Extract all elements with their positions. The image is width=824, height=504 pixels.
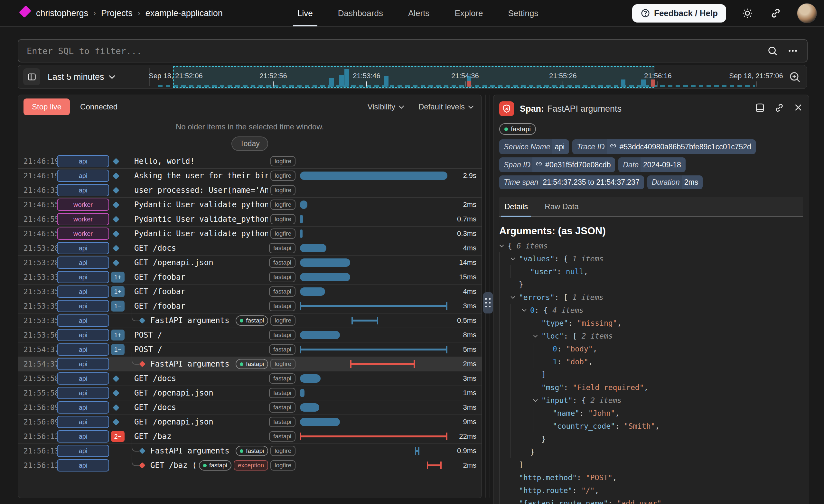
- trace-row[interactable]: 21:53:35apiFastAPI argumentsfastapilogfi…: [18, 313, 482, 328]
- trace-row[interactable]: 21:53:28apiGET /openapi.jsonfastapi14ms: [18, 255, 482, 270]
- json-chevron-slot[interactable]: [533, 394, 541, 407]
- tab-settings[interactable]: Settings: [506, 0, 540, 26]
- histogram-bar: [384, 76, 389, 87]
- row-tags: fastapiexceptionlogfire: [199, 460, 296, 471]
- link-icon[interactable]: [535, 160, 543, 170]
- json-indent-guide: [499, 265, 511, 278]
- more-options-icon[interactable]: [787, 45, 799, 56]
- json-token-p: ,: [595, 484, 599, 497]
- trace-row[interactable]: 21:53:35api1+GET /foobarfastapi4ms: [18, 284, 482, 299]
- json-indent-guide: [533, 420, 544, 432]
- stop-live-button[interactable]: Stop live: [23, 98, 70, 115]
- trace-row[interactable]: 21:53:28apiGET /docsfastapi4ms: [18, 241, 482, 255]
- trace-row[interactable]: 21:55:58apiGET /docsfastapi3ms: [18, 371, 482, 386]
- trace-row[interactable]: 21:56:13api2−GET /bazfastapi22ms: [18, 429, 482, 443]
- json-chevron-slot[interactable]: [522, 304, 530, 317]
- detail-tab-raw-data[interactable]: Raw Data: [543, 197, 580, 216]
- tag-logfire: logfire: [270, 228, 296, 239]
- trace-row[interactable]: 21:53:33api1+GET /foobarfastapi15ms: [18, 270, 482, 284]
- tab-dashboards[interactable]: Dashboards: [336, 0, 385, 26]
- chip-label: Time span: [499, 175, 540, 189]
- theme-toggle-icon[interactable]: [740, 6, 754, 20]
- expand-children-badge[interactable]: 1+: [111, 329, 124, 340]
- json-chevron-slot[interactable]: [511, 252, 519, 265]
- expand-children-badge[interactable]: 2−: [111, 431, 124, 442]
- trace-row[interactable]: 21:46:19apiAsking the user for their bir…: [18, 168, 482, 183]
- json-line: "errors": [ 1 items: [499, 291, 803, 304]
- trace-row[interactable]: 21:54:37apiFastAPI argumentsfastapilogfi…: [18, 357, 482, 371]
- breadcrumb-projects[interactable]: Projects: [101, 8, 133, 18]
- link-icon[interactable]: [609, 142, 617, 152]
- json-indent-guide: [511, 355, 522, 368]
- json-chevron-slot: [544, 420, 553, 432]
- trace-row[interactable]: 21:54:37api1−POST /fastapi5ms: [18, 342, 482, 357]
- feedback-help-button[interactable]: Feedback / Help: [632, 4, 726, 22]
- tab-live[interactable]: Live: [296, 0, 315, 26]
- json-indent-guide: [499, 368, 511, 381]
- trace-row[interactable]: 21:46:33apiuser processed: User(name='An…: [18, 183, 482, 197]
- json-token-s: "body": [566, 342, 593, 355]
- duration-label: 0.9ms: [447, 447, 476, 455]
- green-dot-icon: [203, 464, 207, 467]
- json-indent-guide: [522, 317, 533, 329]
- span-diamond-icon: [113, 259, 119, 266]
- json-token-p: :: [615, 420, 624, 432]
- trace-row[interactable]: 21:46:19apiHello, world!logfire: [18, 154, 482, 168]
- expand-children-badge[interactable]: 1−: [111, 301, 124, 312]
- breadcrumb: christophergs › Projects › example-appli…: [36, 0, 223, 26]
- today-button[interactable]: Today: [231, 136, 268, 151]
- json-chevron-slot[interactable]: [499, 239, 508, 252]
- visibility-label: Visibility: [368, 102, 395, 111]
- trace-row[interactable]: 21:46:55workerPydantic User validate_pyt…: [18, 212, 482, 226]
- trace-row[interactable]: 21:56:09apiGET /openapi.jsonfastapi9ms: [18, 414, 482, 429]
- timeline-selection[interactable]: [173, 66, 654, 88]
- service-badge-api: api: [57, 184, 109, 196]
- span-name: POST /: [134, 345, 267, 354]
- json-chevron-slot: [544, 342, 553, 355]
- sql-filter-input[interactable]: [18, 46, 767, 56]
- json-indent-guide: [533, 342, 544, 355]
- json-indent-guide: [533, 355, 544, 368]
- row-name-cell: FastAPI argumentsfastapilogfire: [130, 358, 296, 371]
- breadcrumb-project[interactable]: example-application: [145, 8, 223, 18]
- panel-resize-handle[interactable]: [483, 292, 493, 313]
- share-link-icon[interactable]: [768, 6, 783, 20]
- tab-explore[interactable]: Explore: [452, 0, 485, 26]
- detail-tab-details[interactable]: Details: [503, 197, 529, 216]
- trace-row[interactable]: 21:56:09apiGET /docsfastapi3ms: [18, 400, 482, 414]
- chip-time-span: Time span21:54:37.235 to 21:54:37.237: [499, 175, 644, 189]
- expand-children-badge[interactable]: 1+: [111, 272, 124, 283]
- expand-children-badge[interactable]: 1−: [111, 344, 124, 355]
- trace-row[interactable]: 21:53:35api1−GET /foobarfastapi3ms: [18, 299, 482, 313]
- json-chevron-slot: [533, 381, 541, 394]
- zoom-in-button[interactable]: [787, 70, 802, 84]
- expand-children-badge[interactable]: 1+: [111, 286, 124, 297]
- trace-row[interactable]: 21:53:56api1+POST /fastapi8ms: [18, 328, 482, 342]
- user-avatar[interactable]: [797, 3, 817, 23]
- json-chevron-slot[interactable]: [533, 329, 541, 342]
- trace-row[interactable]: 21:56:13apiFastAPI argumentsfastapilogfi…: [18, 443, 482, 458]
- close-icon[interactable]: [794, 103, 803, 112]
- json-token-p: ]: [519, 458, 523, 471]
- trace-row[interactable]: 21:56:13apiGET /baz (fofastapiexceptionl…: [18, 458, 482, 473]
- trace-row[interactable]: 21:46:55workerPydantic User validate_pyt…: [18, 226, 482, 241]
- json-token-p: : [: [563, 329, 581, 342]
- service-tag-fastapi[interactable]: fastapi: [499, 123, 536, 135]
- breadcrumb-org[interactable]: christophergs: [36, 8, 88, 18]
- span-name: POST /: [134, 330, 267, 339]
- duration-bar-track: [300, 226, 447, 241]
- json-indent-guide: [511, 420, 522, 432]
- trace-row[interactable]: 21:46:55workerPydantic User validate_pyt…: [18, 197, 482, 212]
- row-tags: fastapi: [269, 344, 296, 355]
- trace-row[interactable]: 21:55:58apiGET /openapi.jsonfastapi1ms: [18, 386, 482, 400]
- copy-link-icon[interactable]: [774, 103, 785, 113]
- json-chevron-slot[interactable]: [511, 291, 519, 304]
- timeline[interactable]: Sep 18, 21:52:0621:52:5621:53:4621:54:36…: [18, 65, 807, 89]
- default-levels-dropdown[interactable]: Default levels: [418, 102, 474, 111]
- visibility-dropdown[interactable]: Visibility: [368, 102, 404, 111]
- tab-alerts[interactable]: Alerts: [406, 0, 431, 26]
- search-icon[interactable]: [767, 45, 778, 56]
- json-token-k: "http.route": [519, 484, 572, 497]
- logfire-logo-icon[interactable]: [19, 5, 31, 18]
- dock-panel-icon[interactable]: [755, 103, 765, 113]
